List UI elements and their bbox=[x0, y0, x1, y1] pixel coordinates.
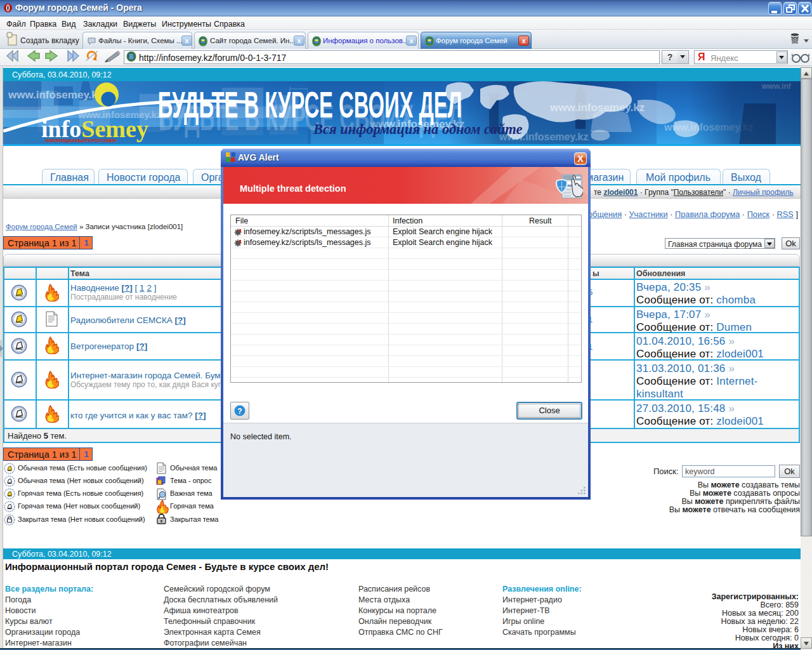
svg-text:?: ? bbox=[237, 407, 242, 416]
svg-text:www.infosemey.kz: www.infosemey.kz bbox=[549, 102, 645, 114]
svg-text:БУДЬТЕ В КУРСЕ СВОИХ ДЕЛ: БУДЬТЕ В КУРСЕ СВОИХ ДЕЛ bbox=[158, 84, 462, 125]
svg-text:www.infosemey.kz: www.infosemey.kz bbox=[8, 89, 103, 101]
svg-text:Вся информация на одном сайте: Вся информация на одном сайте bbox=[313, 121, 522, 137]
svg-text:ИНФОРМАЦИОННЫЙ ПОРТАЛ СЕМЕЯ: ИНФОРМАЦИОННЫЙ ПОРТАЛ СЕМЕЯ bbox=[45, 138, 116, 143]
